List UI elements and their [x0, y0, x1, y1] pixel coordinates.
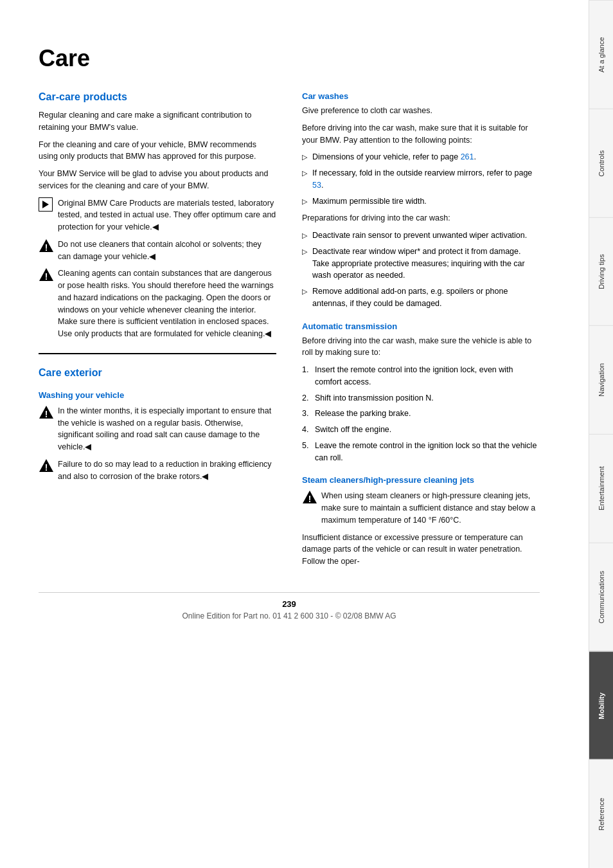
- warning-icon-1: !: [39, 239, 54, 253]
- steam-warning-block: ! When using steam cleaners or high-pres…: [302, 490, 540, 526]
- footer-text: Online Edition for Part no. 01 41 2 600 …: [182, 611, 396, 620]
- washing-warning-2: ! Failure to do so may lead to a reducti…: [39, 458, 276, 483]
- play-note-text: Original BMW Care Products are materials…: [58, 197, 276, 233]
- page-number: 239: [39, 599, 540, 609]
- warning-2-text: Cleaning agents can contain substances t…: [58, 267, 276, 340]
- list-item: Deactivate rain sensor to prevent unwant…: [302, 230, 540, 242]
- washing-warning-1: ! In the winter months, it is especially…: [39, 405, 276, 453]
- list-item: Maximum permissible tire width.: [302, 195, 540, 208]
- side-tab-controls[interactable]: Controls: [589, 109, 613, 217]
- steam-p1: Insufficient distance or excessive press…: [302, 532, 540, 568]
- washing-warning-2-text: Failure to do so may lead to a reduction…: [58, 458, 276, 483]
- link-261[interactable]: 261: [461, 152, 474, 161]
- warning-block-1: ! Do not use cleaners that contain alcoh…: [39, 239, 276, 263]
- list-item: Remove additional add-on parts, e.g. spo…: [302, 285, 540, 310]
- car-care-p2: For the cleaning and care of your vehicl…: [39, 139, 276, 163]
- list-item: Dimensions of your vehicle, refer to pag…: [302, 151, 540, 163]
- side-tab-driving-tips[interactable]: Driving tips: [589, 217, 613, 326]
- svg-text:!: !: [45, 462, 48, 473]
- auto-trans-p1: Before driving into the car wash, make s…: [302, 335, 540, 359]
- page-footer: 239 Online Edition for Part no. 01 41 2 …: [39, 592, 540, 620]
- side-tab-mobility[interactable]: Mobility: [589, 651, 613, 760]
- car-care-p1: Regular cleaning and care make a signifi…: [39, 109, 276, 134]
- side-tab-communications[interactable]: Communications: [589, 543, 613, 651]
- warning-icon-3: !: [39, 405, 54, 419]
- right-column: Car washes Give preference to cloth car …: [302, 91, 540, 573]
- car-washes-p1: Give preference to cloth car washes.: [302, 105, 540, 117]
- car-washes-heading: Car washes: [302, 91, 540, 101]
- page-title: Care: [39, 45, 540, 72]
- car-care-heading: Car-care products: [39, 91, 276, 103]
- list-item: If necessary, fold in the outside rearvi…: [302, 167, 540, 192]
- svg-text:!: !: [45, 409, 48, 419]
- left-column: Car-care products Regular cleaning and c…: [39, 91, 276, 573]
- divider-1: [39, 353, 276, 354]
- washing-sub-heading: Washing your vehicle: [39, 390, 276, 400]
- play-note-block: Original BMW Care Products are materials…: [39, 197, 276, 233]
- link-53[interactable]: 53: [312, 181, 321, 190]
- auto-trans-steps: 1. Insert the remote control into the ig…: [302, 364, 540, 464]
- care-exterior-heading: Care exterior: [39, 367, 276, 379]
- list-item: Deactivate rear window wiper* and protec…: [302, 246, 540, 282]
- warning-icon-5: !: [302, 490, 317, 504]
- list-item: 1. Insert the remote control into the ig…: [302, 364, 540, 388]
- steam-warning-text: When using steam cleaners or high-pressu…: [321, 490, 540, 526]
- preparations-text: Preparations for driving into the car wa…: [302, 212, 540, 224]
- warning-icon-2: !: [39, 267, 54, 282]
- car-washes-bullets: Dimensions of your vehicle, refer to pag…: [302, 151, 540, 207]
- warning-icon-4: !: [39, 458, 54, 473]
- side-tab-navigation[interactable]: Navigation: [589, 325, 613, 434]
- side-tab-at-a-glance[interactable]: At a glance: [589, 0, 613, 109]
- washing-warning-1-text: In the winter months, it is especially i…: [58, 405, 276, 453]
- side-navigation: At a glance Controls Driving tips Naviga…: [589, 0, 613, 868]
- side-tab-reference[interactable]: Reference: [589, 759, 613, 868]
- steam-heading: Steam cleaners/high-pressure cleaning je…: [302, 475, 540, 485]
- preparations-bullets: Deactivate rain sensor to prevent unwant…: [302, 230, 540, 310]
- side-tab-entertainment[interactable]: Entertainment: [589, 434, 613, 543]
- warning-1-text: Do not use cleaners that contain alcohol…: [58, 239, 276, 263]
- list-item: 4. Switch off the engine.: [302, 424, 540, 436]
- list-item: 2. Shift into transmission position N.: [302, 392, 540, 404]
- auto-trans-heading: Automatic transmission: [302, 321, 540, 331]
- list-item: 5. Leave the remote control in the ignit…: [302, 440, 540, 464]
- play-icon: [39, 197, 53, 212]
- svg-text:!: !: [308, 494, 312, 504]
- svg-text:!: !: [45, 271, 48, 282]
- car-care-p3: Your BMW Service will be glad to advise …: [39, 168, 276, 192]
- list-item: 3. Release the parking brake.: [302, 408, 540, 420]
- svg-text:!: !: [45, 242, 48, 253]
- car-washes-p2: Before driving into the car wash, make s…: [302, 122, 540, 147]
- warning-block-2: ! Cleaning agents can contain substances…: [39, 267, 276, 340]
